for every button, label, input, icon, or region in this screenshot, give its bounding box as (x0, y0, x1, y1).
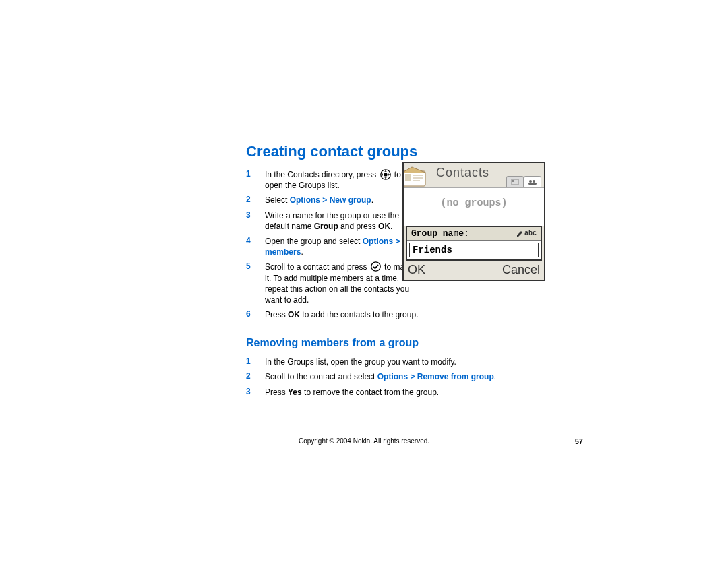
phone-popup: Group name: abc Friends (406, 226, 542, 261)
step-text: Select Options > New group. (265, 193, 418, 208)
step-text: Scroll to a contact and press to mark it… (265, 259, 418, 307)
key-label: OK (378, 222, 390, 231)
key-label: OK (288, 310, 300, 319)
svg-point-1 (384, 173, 387, 176)
svg-point-11 (533, 180, 535, 183)
popup-label: Group name: (411, 228, 469, 239)
step-item: 6Press OK to add the contacts to the gro… (246, 307, 418, 322)
pencil-icon (516, 230, 523, 237)
step-item: 5Scroll to a contact and press to mark i… (246, 259, 418, 307)
step-number: 3 (246, 208, 265, 234)
steps-creating: 1In the Contacts directory, press to ope… (246, 167, 418, 322)
step-text: Scroll to the contact and select Options… (265, 369, 496, 384)
softkey-ok: OK (408, 263, 425, 277)
step-item: 1In the Groups list, open the group you … (246, 354, 496, 369)
heading-creating-contact-groups: Creating contact groups (246, 143, 573, 160)
phone-title: Contacts (436, 166, 489, 180)
softkey-cancel: Cancel (502, 263, 540, 277)
svg-rect-4 (405, 174, 411, 181)
step-number: 6 (246, 307, 265, 322)
joystick-icon (380, 169, 391, 180)
group-name-input: Friends (409, 243, 539, 257)
step-item: 2Select Options > New group. (246, 193, 418, 208)
input-mode-indicator: abc (516, 230, 537, 237)
step-number: 3 (246, 385, 265, 400)
step-text: In the Groups list, open the group you w… (265, 354, 496, 369)
step-number: 1 (246, 167, 265, 193)
step-item: 4Open the group and select Options > Add… (246, 234, 418, 259)
step-text: Press Yes to remove the contact from the… (265, 385, 496, 400)
step-text: Press OK to add the contacts to the grou… (265, 307, 418, 322)
contacts-card-icon (404, 164, 431, 187)
svg-rect-12 (528, 183, 537, 185)
footer-copyright: Copyright © 2004 Nokia. All rights reser… (0, 437, 728, 445)
option-path: Options > Add members (265, 237, 418, 257)
step-number: 4 (246, 234, 265, 259)
step-item: 3Press Yes to remove the contact from th… (246, 385, 496, 400)
step-item: 3Write a name for the group or use the d… (246, 208, 418, 234)
steps-removing: 1In the Groups list, open the group you … (246, 354, 496, 400)
step-text: Open the group and select Options > Add … (265, 234, 418, 259)
page-number: 57 (575, 437, 583, 445)
option-path: Options > New group (290, 195, 371, 205)
option-path: Options > Remove from group (377, 372, 494, 381)
step-text: Write a name for the group or use the de… (265, 208, 418, 234)
step-item: 1In the Contacts directory, press to ope… (246, 167, 418, 193)
svg-rect-9 (512, 180, 514, 182)
phone-illustration: Contacts (no groups) Group name: abc (402, 162, 545, 281)
key-label: Group (314, 222, 338, 231)
tab-group-icon (524, 176, 541, 187)
phone-no-groups-text: (no groups) (404, 188, 544, 209)
tab-card-icon (506, 176, 524, 187)
step-item: 2Scroll to the contact and select Option… (246, 369, 496, 384)
svg-point-10 (529, 180, 532, 183)
svg-point-2 (371, 262, 380, 271)
step-number: 2 (246, 193, 265, 208)
step-number: 1 (246, 354, 265, 369)
heading-removing-members: Removing members from a group (246, 337, 573, 349)
check-icon (371, 261, 381, 272)
step-number: 5 (246, 259, 265, 307)
step-number: 2 (246, 369, 265, 384)
phone-tabs (506, 176, 541, 187)
step-text: In the Contacts directory, press to open… (265, 167, 418, 193)
key-label: Yes (288, 387, 302, 397)
